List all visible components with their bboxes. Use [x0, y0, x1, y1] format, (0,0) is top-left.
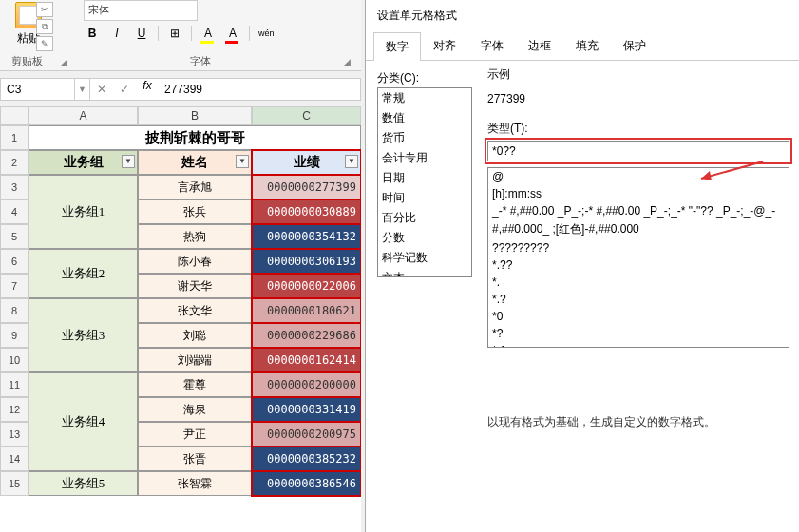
type-list[interactable]: @[h]:mm:ss_-* #,##0.00 _P_-;-* #,##0.00 …: [487, 167, 789, 348]
type-item[interactable]: ?????????: [488, 239, 789, 256]
font-color-button[interactable]: A: [224, 25, 241, 42]
category-list[interactable]: 常规数值货币会计专用日期时间百分比分数科学记数文本特殊自定义: [377, 87, 472, 277]
row-header[interactable]: 11: [0, 372, 29, 397]
row-header[interactable]: 13: [0, 422, 29, 446]
name-cell[interactable]: 谢天华: [138, 274, 252, 298]
value-cell[interactable]: 0000000162414: [252, 348, 361, 372]
type-item[interactable]: [h]:mm:ss: [488, 185, 789, 202]
name-cell[interactable]: 张文华: [138, 298, 252, 323]
value-cell[interactable]: 0000000331419: [252, 397, 361, 422]
category-item[interactable]: 货币: [378, 128, 471, 148]
title-cell[interactable]: 披荆斩棘的哥哥: [29, 125, 361, 150]
type-item[interactable]: *.: [488, 274, 789, 291]
value-cell[interactable]: 0000000229686: [252, 323, 361, 348]
tab-对齐[interactable]: 对齐: [421, 31, 468, 60]
font-name-select[interactable]: 宋体: [84, 0, 198, 21]
tab-保护[interactable]: 保护: [611, 31, 658, 60]
category-item[interactable]: 时间: [378, 188, 471, 208]
fx-icon[interactable]: fx: [136, 79, 159, 100]
underline-button[interactable]: U: [133, 25, 150, 42]
type-item[interactable]: *.1: [488, 342, 789, 348]
name-cell[interactable]: 刘端端: [138, 348, 252, 372]
row-header[interactable]: 8: [0, 298, 29, 323]
type-item[interactable]: _-* #,##0.00 _P_-;-* #,##0.00 _P_-;_-* "…: [488, 202, 789, 219]
category-item[interactable]: 文本: [378, 268, 471, 277]
name-cell[interactable]: 刘聪: [138, 323, 252, 348]
row-header[interactable]: 4: [0, 200, 29, 224]
category-item[interactable]: 百分比: [378, 208, 471, 228]
row-header[interactable]: 14: [0, 446, 29, 471]
group-cell[interactable]: 业务组1: [29, 175, 138, 249]
copy-icon[interactable]: ⧉: [36, 19, 53, 34]
value-cell[interactable]: 0000000180621: [252, 298, 361, 323]
bold-button[interactable]: B: [84, 25, 101, 42]
header-name[interactable]: 姓名 ▼: [138, 150, 252, 175]
fill-color-button[interactable]: A: [200, 25, 217, 42]
format-painter-icon[interactable]: ✎: [36, 36, 53, 51]
filter-dropdown-icon[interactable]: ▼: [122, 155, 135, 168]
value-cell[interactable]: 0000000385232: [252, 446, 361, 471]
filter-dropdown-icon[interactable]: ▼: [345, 155, 358, 168]
header-value[interactable]: 业绩 ▼: [252, 150, 361, 175]
name-box-dropdown-icon[interactable]: ▼: [75, 79, 90, 100]
type-item[interactable]: *?: [488, 325, 789, 342]
tab-边框[interactable]: 边框: [516, 31, 563, 60]
row-header[interactable]: 7: [0, 274, 29, 298]
type-item[interactable]: *0: [488, 308, 789, 325]
category-item[interactable]: 分数: [378, 228, 471, 248]
name-cell[interactable]: 言承旭: [138, 175, 252, 200]
group-cell[interactable]: 业务组2: [29, 249, 138, 298]
select-all-corner[interactable]: [0, 106, 29, 125]
type-item[interactable]: *.?: [488, 291, 789, 308]
name-cell[interactable]: 热狗: [138, 224, 252, 249]
cancel-formula-icon[interactable]: ✕: [90, 83, 113, 96]
name-cell[interactable]: 张兵: [138, 200, 252, 224]
type-input[interactable]: [487, 141, 789, 162]
row-header[interactable]: 1: [0, 125, 29, 150]
row-header[interactable]: 12: [0, 397, 29, 422]
category-item[interactable]: 数值: [378, 108, 471, 128]
row-header[interactable]: 6: [0, 249, 29, 274]
tab-填充[interactable]: 填充: [563, 31, 611, 60]
clipboard-expand-icon[interactable]: ◢: [61, 57, 67, 66]
row-header[interactable]: 9: [0, 323, 29, 348]
col-header-b[interactable]: B: [138, 106, 252, 125]
col-header-c[interactable]: C: [252, 106, 361, 125]
value-cell[interactable]: 0000000200000: [252, 372, 361, 397]
row-header[interactable]: 15: [0, 471, 29, 496]
filter-dropdown-icon[interactable]: ▼: [236, 155, 249, 168]
row-header[interactable]: 10: [0, 348, 29, 372]
value-cell[interactable]: 0000000386546: [252, 471, 361, 496]
category-item[interactable]: 日期: [378, 168, 471, 188]
name-cell[interactable]: 霍尊: [138, 372, 252, 397]
header-group[interactable]: 业务组 ▼: [29, 150, 138, 175]
accept-formula-icon[interactable]: ✓: [113, 83, 136, 96]
group-cell[interactable]: 业务组3: [29, 298, 138, 372]
name-cell[interactable]: 陈小春: [138, 249, 252, 274]
type-item[interactable]: *.??: [488, 256, 789, 274]
col-header-a[interactable]: A: [29, 106, 138, 125]
type-item[interactable]: #,##0.000_ ;[红色]-#,##0.000: [488, 219, 789, 239]
group-cell[interactable]: 业务组5: [29, 471, 138, 496]
name-cell[interactable]: 张智霖: [138, 471, 252, 496]
type-item[interactable]: @: [488, 168, 789, 185]
border-button[interactable]: ⊞: [166, 25, 183, 42]
category-item[interactable]: 会计专用: [378, 148, 471, 168]
name-cell[interactable]: 尹正: [138, 422, 252, 446]
name-cell[interactable]: 海泉: [138, 397, 252, 422]
row-header[interactable]: 3: [0, 175, 29, 200]
cut-icon[interactable]: ✂: [36, 2, 53, 17]
formula-input[interactable]: 277399: [159, 79, 360, 100]
category-item[interactable]: 科学记数: [378, 248, 471, 268]
value-cell[interactable]: 0000000354132: [252, 224, 361, 249]
name-cell[interactable]: 张晋: [138, 446, 252, 471]
value-cell[interactable]: 0000000200975: [252, 422, 361, 446]
italic-button[interactable]: I: [108, 25, 125, 42]
row-header[interactable]: 5: [0, 224, 29, 249]
tab-字体[interactable]: 字体: [468, 31, 516, 60]
value-cell[interactable]: 0000000022006: [252, 274, 361, 298]
font-expand-icon[interactable]: ◢: [344, 57, 351, 66]
name-box[interactable]: C3: [1, 79, 75, 100]
tab-数字[interactable]: 数字: [373, 32, 421, 61]
value-cell[interactable]: 0000000306193: [252, 249, 361, 274]
